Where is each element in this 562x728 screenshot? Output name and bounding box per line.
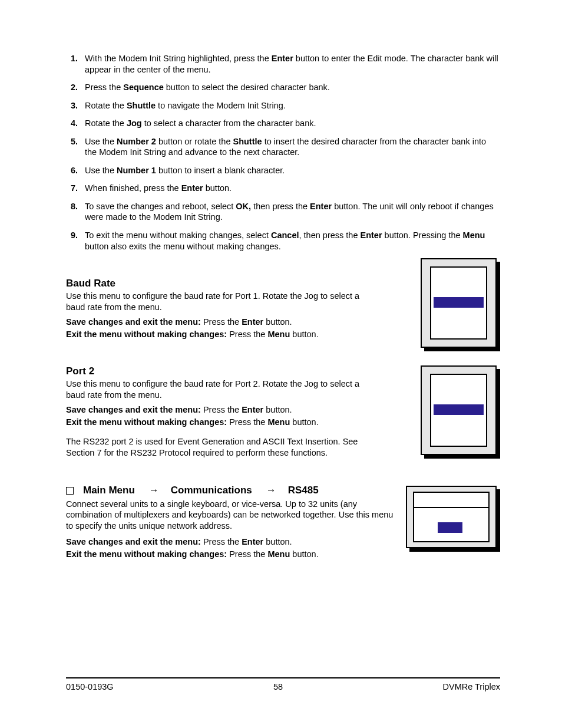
numbered-steps: 1.With the Modem Init String highlighted… (66, 53, 500, 252)
step-number: 5. (66, 136, 85, 158)
paragraph: Exit the menu without making changes: Pr… (66, 417, 372, 428)
arrow-icon: → (149, 485, 159, 496)
step-item: 9.To exit the menu without making change… (66, 230, 500, 252)
figure-port2-menu (421, 365, 500, 460)
step-text: Use the Number 2 button or rotate the Sh… (85, 136, 500, 158)
breadcrumb-seg: Communications (171, 485, 252, 496)
paragraph: Use this menu to configure the baud rate… (66, 378, 372, 401)
paragraph: Use this menu to configure the baud rate… (66, 291, 372, 313)
figure-rs485-menu (406, 486, 500, 554)
step-text: Use the Number 1 button to insert a blan… (85, 165, 500, 176)
step-item: 5.Use the Number 2 button or rotate the … (66, 136, 500, 158)
step-text: With the Modem Init String highlighted, … (85, 53, 500, 75)
step-number: 7. (66, 183, 85, 194)
step-text: To exit the menu without making changes,… (85, 230, 500, 252)
step-number: 8. (66, 201, 85, 223)
step-item: 3.Rotate the Shuttle to navigate the Mod… (66, 100, 500, 111)
footer-center: 58 (273, 682, 283, 691)
step-number: 9. (66, 230, 85, 252)
footer-right: DVMRe Triplex (442, 682, 500, 691)
paragraph: Exit the menu without making changes: Pr… (66, 329, 372, 340)
step-number: 1. (66, 53, 85, 75)
step-item: 8.To save the changes and reboot, select… (66, 201, 500, 223)
step-number: 3. (66, 100, 85, 111)
step-text: When finished, press the Enter button. (85, 183, 500, 194)
step-number: 2. (66, 82, 85, 93)
step-text: Press the Sequence button to select the … (85, 82, 500, 93)
figure-baud-menu (421, 258, 500, 353)
breadcrumb-seg: RS485 (288, 485, 319, 496)
footer-left: 0150-0193G (66, 682, 114, 691)
paragraph: Save changes and exit the menu: Press th… (66, 536, 396, 548)
step-text: Rotate the Jog to select a character fro… (85, 118, 500, 129)
arrow-icon: → (266, 485, 276, 496)
step-item: 2.Press the Sequence button to select th… (66, 82, 500, 93)
paragraph: Save changes and exit the menu: Press th… (66, 317, 372, 328)
step-number: 4. (66, 118, 85, 129)
page-footer: 0150-0193G 58 DVMRe Triplex (66, 677, 500, 691)
step-text: Rotate the Shuttle to navigate the Modem… (85, 100, 500, 111)
paragraph: Exit the menu without making changes: Pr… (66, 549, 396, 560)
step-item: 4.Rotate the Jog to select a character f… (66, 118, 500, 129)
step-number: 6. (66, 165, 85, 176)
step-item: 7.When finished, press the Enter button. (66, 183, 500, 194)
step-item: 6.Use the Number 1 button to insert a bl… (66, 165, 500, 176)
paragraph: The RS232 port 2 is used for Event Gener… (66, 436, 372, 459)
breadcrumb-seg: Main Menu (83, 485, 135, 496)
checkbox-icon (66, 487, 74, 495)
step-text: To save the changes and reboot, select O… (85, 201, 500, 223)
paragraph: Connect several units to a single keyboa… (66, 499, 396, 532)
paragraph: Save changes and exit the menu: Press th… (66, 404, 372, 416)
step-item: 1.With the Modem Init String highlighted… (66, 53, 500, 75)
